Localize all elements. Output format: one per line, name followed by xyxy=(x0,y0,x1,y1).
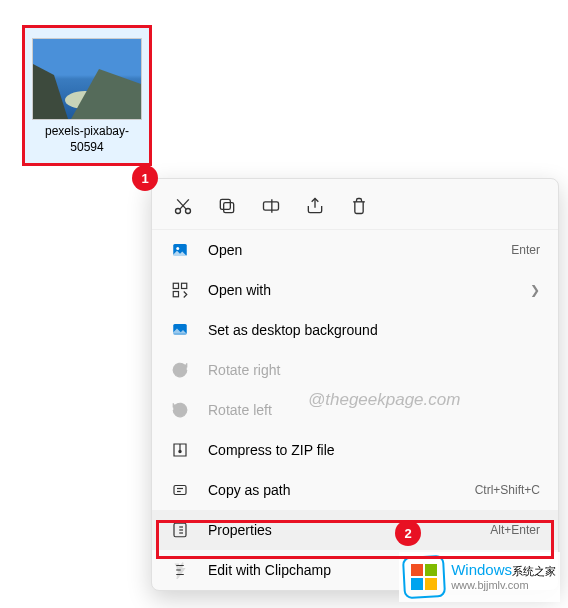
menu-item-rotate-right: Rotate right xyxy=(152,350,558,390)
file-item[interactable]: pexels-pixabay-50594 xyxy=(22,25,152,166)
file-thumbnail xyxy=(32,38,142,120)
clipchamp-icon xyxy=(170,560,190,580)
file-name: pexels-pixabay-50594 xyxy=(27,124,147,155)
footer-watermark: Windows系统之家 www.bjjmlv.com xyxy=(399,552,560,602)
copy-icon[interactable] xyxy=(216,195,238,217)
properties-icon xyxy=(170,520,190,540)
menu-label: Set as desktop background xyxy=(208,322,540,338)
menu-label: Properties xyxy=(208,522,490,538)
image-icon xyxy=(170,240,190,260)
menu-item-set-background[interactable]: Set as desktop background xyxy=(152,310,558,350)
rotate-right-icon xyxy=(170,360,190,380)
rename-icon[interactable] xyxy=(260,195,282,217)
menu-item-compress[interactable]: Compress to ZIP file xyxy=(152,430,558,470)
menu-label: Rotate right xyxy=(208,362,540,378)
svg-rect-6 xyxy=(264,202,279,210)
svg-rect-13 xyxy=(173,292,178,297)
menu-label: Open xyxy=(208,242,511,258)
menu-item-open-with[interactable]: Open with ❯ xyxy=(152,270,558,310)
rotate-left-icon xyxy=(170,400,190,420)
footer-brand: Windows xyxy=(451,561,512,578)
open-with-icon xyxy=(170,280,190,300)
chevron-right-icon: ❯ xyxy=(530,283,540,297)
menu-label: Compress to ZIP file xyxy=(208,442,540,458)
svg-point-0 xyxy=(176,209,181,214)
svg-rect-17 xyxy=(174,486,186,495)
menu-item-properties[interactable]: Properties Alt+Enter xyxy=(152,510,558,550)
menu-item-copy-path[interactable]: Copy as path Ctrl+Shift+C xyxy=(152,470,558,510)
cut-icon[interactable] xyxy=(172,195,194,217)
zip-icon xyxy=(170,440,190,460)
svg-rect-11 xyxy=(173,283,178,288)
menu-shortcut: Alt+Enter xyxy=(490,523,540,537)
footer-brand-suffix: 系统之家 xyxy=(512,565,556,577)
share-icon[interactable] xyxy=(304,195,326,217)
svg-point-10 xyxy=(176,247,179,250)
context-menu: Open Enter Open with ❯ Set as desktop ba… xyxy=(151,178,559,591)
annotation-badge-2: 2 xyxy=(395,520,421,546)
svg-rect-12 xyxy=(182,283,187,288)
svg-rect-5 xyxy=(220,199,230,209)
menu-shortcut: Ctrl+Shift+C xyxy=(475,483,540,497)
footer-url: www.bjjmlv.com xyxy=(451,579,556,592)
watermark-text: @thegeekpage.com xyxy=(308,390,460,410)
menu-label: Open with xyxy=(208,282,522,298)
windows-logo-icon xyxy=(403,556,445,598)
delete-icon[interactable] xyxy=(348,195,370,217)
copy-path-icon xyxy=(170,480,190,500)
quick-actions-row xyxy=(152,185,558,230)
menu-shortcut: Enter xyxy=(511,243,540,257)
annotation-badge-1: 1 xyxy=(132,165,158,191)
menu-item-open[interactable]: Open Enter xyxy=(152,230,558,270)
menu-label: Copy as path xyxy=(208,482,475,498)
svg-point-1 xyxy=(186,209,191,214)
svg-point-16 xyxy=(179,450,181,452)
svg-rect-4 xyxy=(224,203,234,213)
desktop-bg-icon xyxy=(170,320,190,340)
